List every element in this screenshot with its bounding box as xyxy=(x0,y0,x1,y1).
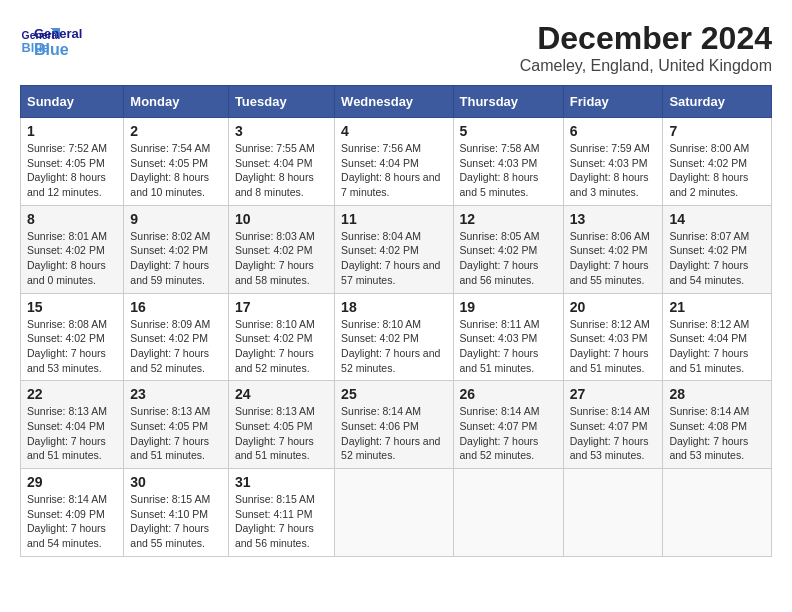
day-number: 22 xyxy=(27,386,117,402)
col-friday: Friday xyxy=(563,86,663,118)
day-info: Sunrise: 7:52 AMSunset: 4:05 PMDaylight:… xyxy=(27,142,107,198)
calendar-week-row: 22 Sunrise: 8:13 AMSunset: 4:04 PMDaylig… xyxy=(21,381,772,469)
day-number: 30 xyxy=(130,474,222,490)
calendar-week-row: 29 Sunrise: 8:14 AMSunset: 4:09 PMDaylig… xyxy=(21,469,772,557)
day-number: 31 xyxy=(235,474,328,490)
day-number: 21 xyxy=(669,299,765,315)
col-sunday: Sunday xyxy=(21,86,124,118)
table-row: 10 Sunrise: 8:03 AMSunset: 4:02 PMDaylig… xyxy=(228,205,334,293)
day-info: Sunrise: 8:10 AMSunset: 4:02 PMDaylight:… xyxy=(341,318,440,374)
day-number: 14 xyxy=(669,211,765,227)
day-info: Sunrise: 8:08 AMSunset: 4:02 PMDaylight:… xyxy=(27,318,107,374)
day-info: Sunrise: 8:15 AMSunset: 4:11 PMDaylight:… xyxy=(235,493,315,549)
day-info: Sunrise: 8:10 AMSunset: 4:02 PMDaylight:… xyxy=(235,318,315,374)
col-tuesday: Tuesday xyxy=(228,86,334,118)
table-row: 21 Sunrise: 8:12 AMSunset: 4:04 PMDaylig… xyxy=(663,293,772,381)
day-number: 16 xyxy=(130,299,222,315)
day-number: 27 xyxy=(570,386,657,402)
logo-general-text: General xyxy=(34,26,82,41)
col-saturday: Saturday xyxy=(663,86,772,118)
day-info: Sunrise: 8:12 AMSunset: 4:03 PMDaylight:… xyxy=(570,318,650,374)
table-row: 23 Sunrise: 8:13 AMSunset: 4:05 PMDaylig… xyxy=(124,381,229,469)
col-wednesday: Wednesday xyxy=(335,86,453,118)
day-number: 24 xyxy=(235,386,328,402)
table-row xyxy=(663,469,772,557)
table-row: 26 Sunrise: 8:14 AMSunset: 4:07 PMDaylig… xyxy=(453,381,563,469)
table-row: 15 Sunrise: 8:08 AMSunset: 4:02 PMDaylig… xyxy=(21,293,124,381)
day-info: Sunrise: 8:13 AMSunset: 4:05 PMDaylight:… xyxy=(130,405,210,461)
day-info: Sunrise: 8:01 AMSunset: 4:02 PMDaylight:… xyxy=(27,230,107,286)
col-monday: Monday xyxy=(124,86,229,118)
day-number: 10 xyxy=(235,211,328,227)
calendar-week-row: 15 Sunrise: 8:08 AMSunset: 4:02 PMDaylig… xyxy=(21,293,772,381)
table-row: 28 Sunrise: 8:14 AMSunset: 4:08 PMDaylig… xyxy=(663,381,772,469)
day-info: Sunrise: 8:13 AMSunset: 4:05 PMDaylight:… xyxy=(235,405,315,461)
day-number: 9 xyxy=(130,211,222,227)
day-number: 12 xyxy=(460,211,557,227)
table-row: 9 Sunrise: 8:02 AMSunset: 4:02 PMDayligh… xyxy=(124,205,229,293)
table-row: 13 Sunrise: 8:06 AMSunset: 4:02 PMDaylig… xyxy=(563,205,663,293)
day-info: Sunrise: 7:58 AMSunset: 4:03 PMDaylight:… xyxy=(460,142,540,198)
day-number: 6 xyxy=(570,123,657,139)
table-row: 17 Sunrise: 8:10 AMSunset: 4:02 PMDaylig… xyxy=(228,293,334,381)
table-row: 19 Sunrise: 8:11 AMSunset: 4:03 PMDaylig… xyxy=(453,293,563,381)
table-row: 1 Sunrise: 7:52 AMSunset: 4:05 PMDayligh… xyxy=(21,118,124,206)
day-info: Sunrise: 8:12 AMSunset: 4:04 PMDaylight:… xyxy=(669,318,749,374)
table-row: 7 Sunrise: 8:00 AMSunset: 4:02 PMDayligh… xyxy=(663,118,772,206)
day-info: Sunrise: 8:07 AMSunset: 4:02 PMDaylight:… xyxy=(669,230,749,286)
table-row: 29 Sunrise: 8:14 AMSunset: 4:09 PMDaylig… xyxy=(21,469,124,557)
table-row xyxy=(335,469,453,557)
table-row: 12 Sunrise: 8:05 AMSunset: 4:02 PMDaylig… xyxy=(453,205,563,293)
calendar-week-row: 1 Sunrise: 7:52 AMSunset: 4:05 PMDayligh… xyxy=(21,118,772,206)
day-info: Sunrise: 8:02 AMSunset: 4:02 PMDaylight:… xyxy=(130,230,210,286)
day-number: 8 xyxy=(27,211,117,227)
logo: General Blue General Blue xyxy=(20,20,82,60)
table-row: 2 Sunrise: 7:54 AMSunset: 4:05 PMDayligh… xyxy=(124,118,229,206)
day-number: 29 xyxy=(27,474,117,490)
table-row: 22 Sunrise: 8:13 AMSunset: 4:04 PMDaylig… xyxy=(21,381,124,469)
day-info: Sunrise: 8:13 AMSunset: 4:04 PMDaylight:… xyxy=(27,405,107,461)
day-number: 15 xyxy=(27,299,117,315)
table-row: 4 Sunrise: 7:56 AMSunset: 4:04 PMDayligh… xyxy=(335,118,453,206)
day-info: Sunrise: 8:00 AMSunset: 4:02 PMDaylight:… xyxy=(669,142,749,198)
day-number: 13 xyxy=(570,211,657,227)
day-info: Sunrise: 8:05 AMSunset: 4:02 PMDaylight:… xyxy=(460,230,540,286)
table-row: 30 Sunrise: 8:15 AMSunset: 4:10 PMDaylig… xyxy=(124,469,229,557)
table-row xyxy=(453,469,563,557)
table-row: 24 Sunrise: 8:13 AMSunset: 4:05 PMDaylig… xyxy=(228,381,334,469)
day-number: 25 xyxy=(341,386,446,402)
page-subtitle: Cameley, England, United Kingdom xyxy=(520,57,772,75)
calendar-table: Sunday Monday Tuesday Wednesday Thursday… xyxy=(20,85,772,557)
calendar-week-row: 8 Sunrise: 8:01 AMSunset: 4:02 PMDayligh… xyxy=(21,205,772,293)
day-info: Sunrise: 8:09 AMSunset: 4:02 PMDaylight:… xyxy=(130,318,210,374)
col-thursday: Thursday xyxy=(453,86,563,118)
table-row: 3 Sunrise: 7:55 AMSunset: 4:04 PMDayligh… xyxy=(228,118,334,206)
day-info: Sunrise: 8:14 AMSunset: 4:06 PMDaylight:… xyxy=(341,405,440,461)
table-row: 14 Sunrise: 8:07 AMSunset: 4:02 PMDaylig… xyxy=(663,205,772,293)
day-number: 1 xyxy=(27,123,117,139)
day-number: 5 xyxy=(460,123,557,139)
table-row: 18 Sunrise: 8:10 AMSunset: 4:02 PMDaylig… xyxy=(335,293,453,381)
day-number: 26 xyxy=(460,386,557,402)
day-number: 11 xyxy=(341,211,446,227)
day-info: Sunrise: 8:11 AMSunset: 4:03 PMDaylight:… xyxy=(460,318,540,374)
day-number: 3 xyxy=(235,123,328,139)
page-header: General Blue General Blue December 2024 … xyxy=(20,20,772,75)
day-info: Sunrise: 8:03 AMSunset: 4:02 PMDaylight:… xyxy=(235,230,315,286)
logo-blue-text: Blue xyxy=(34,41,82,59)
day-number: 20 xyxy=(570,299,657,315)
table-row xyxy=(563,469,663,557)
day-info: Sunrise: 8:06 AMSunset: 4:02 PMDaylight:… xyxy=(570,230,650,286)
day-info: Sunrise: 8:14 AMSunset: 4:09 PMDaylight:… xyxy=(27,493,107,549)
table-row: 11 Sunrise: 8:04 AMSunset: 4:02 PMDaylig… xyxy=(335,205,453,293)
day-info: Sunrise: 8:14 AMSunset: 4:07 PMDaylight:… xyxy=(570,405,650,461)
table-row: 25 Sunrise: 8:14 AMSunset: 4:06 PMDaylig… xyxy=(335,381,453,469)
day-number: 17 xyxy=(235,299,328,315)
page-title: December 2024 xyxy=(520,20,772,57)
day-info: Sunrise: 7:56 AMSunset: 4:04 PMDaylight:… xyxy=(341,142,440,198)
day-info: Sunrise: 8:04 AMSunset: 4:02 PMDaylight:… xyxy=(341,230,440,286)
day-info: Sunrise: 8:14 AMSunset: 4:08 PMDaylight:… xyxy=(669,405,749,461)
day-number: 4 xyxy=(341,123,446,139)
table-row: 8 Sunrise: 8:01 AMSunset: 4:02 PMDayligh… xyxy=(21,205,124,293)
day-info: Sunrise: 8:15 AMSunset: 4:10 PMDaylight:… xyxy=(130,493,210,549)
